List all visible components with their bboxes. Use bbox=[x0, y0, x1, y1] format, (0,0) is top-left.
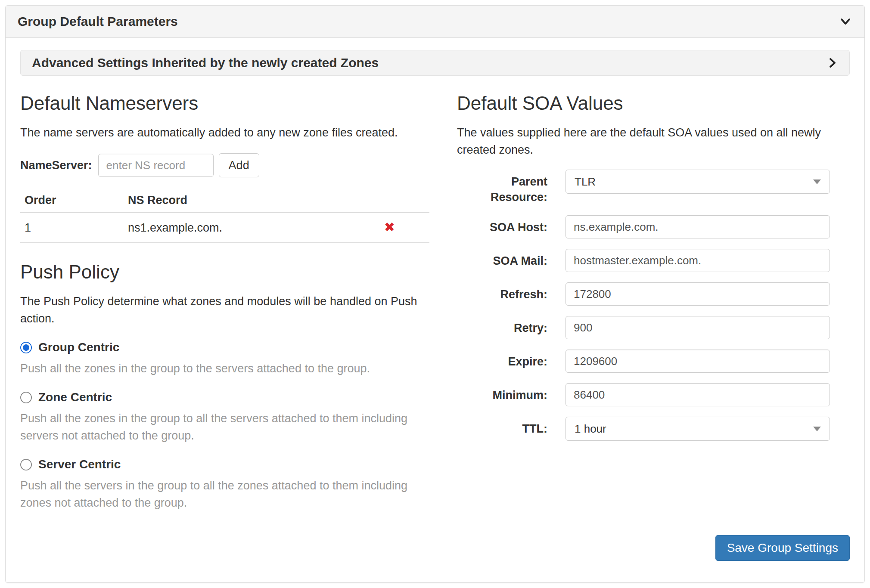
parent-resource-row: Parent Resource: TLR bbox=[457, 170, 850, 205]
group-centric-description: Push all the zones in the group to the s… bbox=[20, 360, 429, 377]
ttl-value: 1 hour bbox=[575, 422, 606, 436]
nameservers-column: Default Nameservers The name servers are… bbox=[20, 76, 429, 511]
parent-resource-value: TLR bbox=[575, 175, 596, 189]
chevron-right-icon bbox=[827, 56, 838, 69]
nameservers-table: Order NS Record 1 ns1.example.com. ✖ bbox=[20, 189, 429, 243]
order-column-header: Order bbox=[20, 189, 124, 213]
caret-down-icon bbox=[813, 179, 821, 184]
expire-label: Expire: bbox=[457, 350, 547, 369]
radio-label-zone-centric: Zone Centric bbox=[38, 390, 112, 405]
refresh-input[interactable] bbox=[566, 282, 830, 306]
radio-option-server-centric[interactable]: Server Centric bbox=[20, 457, 429, 472]
nameservers-description: The name servers are automatically added… bbox=[20, 124, 429, 141]
push-policy-heading: Push Policy bbox=[20, 262, 429, 282]
retry-label: Retry: bbox=[457, 316, 547, 336]
soa-host-input[interactable] bbox=[566, 215, 830, 238]
radio-label-server-centric: Server Centric bbox=[38, 457, 121, 472]
radio-option-zone-centric[interactable]: Zone Centric bbox=[20, 390, 429, 405]
panel-title: Group Default Parameters bbox=[18, 14, 178, 29]
footer-divider bbox=[20, 521, 850, 521]
soa-host-row: SOA Host: bbox=[457, 215, 850, 238]
ttl-row: TTL: 1 hour bbox=[457, 417, 850, 441]
parent-resource-label: Parent Resource: bbox=[457, 170, 547, 205]
radio-button-server-centric[interactable] bbox=[20, 459, 32, 470]
advanced-settings-toggle[interactable]: Advanced Settings Inherited by the newly… bbox=[20, 50, 850, 76]
soa-host-label: SOA Host: bbox=[457, 215, 547, 235]
delete-nameserver-icon[interactable]: ✖ bbox=[384, 220, 395, 234]
nameserver-form: NameServer: Add bbox=[20, 153, 429, 177]
radio-label-group-centric: Group Centric bbox=[38, 340, 119, 355]
group-default-parameters-panel: Group Default Parameters Advanced Settin… bbox=[5, 5, 865, 583]
soa-form: Parent Resource: TLR SOA Host: SOA Mail: bbox=[457, 170, 850, 441]
soa-mail-row: SOA Mail: bbox=[457, 249, 850, 272]
nameserver-input[interactable] bbox=[98, 154, 214, 177]
soa-description: The values supplied here are the default… bbox=[457, 124, 850, 158]
nameserver-label: NameServer: bbox=[20, 159, 92, 172]
radio-button-group-centric[interactable] bbox=[20, 342, 32, 353]
default-soa-values-heading: Default SOA Values bbox=[457, 93, 850, 114]
soa-mail-input[interactable] bbox=[566, 249, 830, 272]
save-group-settings-button[interactable]: Save Group Settings bbox=[715, 535, 850, 561]
refresh-label: Refresh: bbox=[457, 282, 547, 302]
panel-header[interactable]: Group Default Parameters bbox=[6, 6, 864, 38]
radio-option-group-centric[interactable]: Group Centric bbox=[20, 340, 429, 355]
ttl-label: TTL: bbox=[457, 417, 547, 436]
add-button[interactable]: Add bbox=[219, 153, 259, 177]
ns-record-column-header: NS Record bbox=[124, 189, 352, 213]
zone-centric-description: Push all the zones in the group to all t… bbox=[20, 410, 429, 444]
caret-down-icon bbox=[813, 427, 821, 431]
minimum-row: Minimum: bbox=[457, 383, 850, 406]
expire-input[interactable] bbox=[566, 350, 830, 373]
expire-row: Expire: bbox=[457, 350, 850, 373]
minimum-label: Minimum: bbox=[457, 383, 547, 403]
retry-row: Retry: bbox=[457, 316, 850, 339]
table-header-row: Order NS Record bbox=[20, 189, 429, 213]
ns-record-cell: ns1.example.com. bbox=[124, 213, 352, 243]
ttl-select[interactable]: 1 hour bbox=[566, 417, 830, 441]
parent-resource-select[interactable]: TLR bbox=[566, 170, 830, 194]
refresh-row: Refresh: bbox=[457, 282, 850, 306]
minimum-input[interactable] bbox=[566, 383, 830, 406]
ns-order-cell: 1 bbox=[20, 213, 124, 243]
panel-body: Advanced Settings Inherited by the newly… bbox=[6, 38, 864, 582]
soa-column: Default SOA Values The values supplied h… bbox=[457, 76, 850, 511]
page: Group Default Parameters Advanced Settin… bbox=[0, 0, 870, 588]
default-nameservers-heading: Default Nameservers bbox=[20, 93, 429, 114]
retry-input[interactable] bbox=[566, 316, 830, 339]
push-policy-description: The Push Policy determine what zones and… bbox=[20, 293, 429, 327]
table-row: 1 ns1.example.com. ✖ bbox=[20, 213, 429, 243]
actions-column-header bbox=[352, 189, 429, 213]
panel-footer: Save Group Settings bbox=[20, 511, 850, 561]
server-centric-description: Push all the servers in the group to all… bbox=[20, 477, 429, 511]
chevron-down-icon[interactable] bbox=[839, 15, 852, 28]
soa-mail-label: SOA Mail: bbox=[457, 249, 547, 269]
radio-button-zone-centric[interactable] bbox=[20, 392, 32, 403]
content-columns: Default Nameservers The name servers are… bbox=[20, 76, 850, 511]
advanced-settings-title: Advanced Settings Inherited by the newly… bbox=[32, 56, 379, 70]
